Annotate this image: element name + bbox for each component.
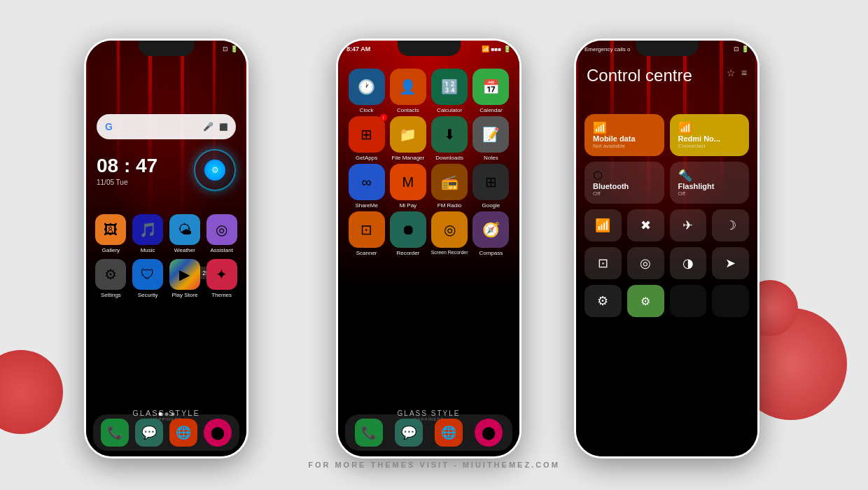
ctrl-cast-btn[interactable]: ✖ (627, 209, 664, 241)
app-playstore[interactable]: ▶ Play Store (169, 259, 201, 298)
app-shareme[interactable]: ∞ShareMe (347, 164, 386, 209)
phone2-notch (398, 41, 461, 56)
playstore-label: Play Store (172, 292, 197, 298)
dock-chrome[interactable]: 🌐 (169, 419, 197, 447)
app-compass[interactable]: 🧭Compass (472, 211, 510, 256)
scanner-app-label: Scanner (356, 250, 377, 256)
flashlight-tile-sublabel: Off (678, 190, 741, 197)
dock-phone[interactable]: 📞 (101, 419, 129, 447)
recorder-app-label: Recorder (396, 250, 419, 256)
fmradio-app-icon: 📻 (431, 164, 468, 200)
ctrl-settings2-btn[interactable]: ⚙ (627, 285, 664, 317)
app-fmradio[interactable]: 📻FM Radio (430, 164, 469, 209)
phone3-notch (636, 41, 699, 56)
tile-flashlight[interactable]: 🔦 Flashlight Off (670, 162, 750, 204)
tile-mobile-data[interactable]: 📶 Mobile data Not available (584, 114, 664, 156)
app-calculator[interactable]: 🔢Calculator (430, 69, 469, 113)
phone1-search-bar[interactable]: G 🎤 ⬛ (97, 114, 236, 139)
calendar-app-label: Calendar (479, 107, 502, 113)
weather-label: Weather (174, 247, 195, 253)
app-filemanager[interactable]: 📁File Manager (388, 116, 427, 161)
ctrl-wifi-btn[interactable]: 📶 (584, 209, 622, 241)
app-scanner[interactable]: ⊡Scanner (347, 211, 386, 256)
mobile-data-label: Mobile data (593, 134, 656, 143)
phone3-control-header: Control centre ☆ ≡ (587, 60, 747, 85)
phone2-dock-app4[interactable]: ⬤ (475, 419, 503, 447)
ctrl-settings-btn[interactable]: ⚙ (584, 285, 622, 317)
music-icon: 🎵 (132, 214, 163, 245)
calculator-app-label: Calculator (437, 107, 462, 113)
phone2-dock: 📞 💬 🌐 ⬤ (345, 414, 512, 451)
ctrl-airplane-btn[interactable]: ✈ (670, 209, 707, 241)
phone2-dock-messages[interactable]: 💬 (395, 419, 423, 447)
app-gallery[interactable]: 🖼 Gallery (95, 214, 127, 253)
themes-icon: ✦ (206, 259, 237, 290)
tile-wifi[interactable]: 📶 Redmi No... Connected (670, 114, 750, 156)
tile-bluetooth[interactable]: ⬡ Bluetooth Off (584, 162, 664, 204)
phone1-notch (139, 41, 195, 56)
app-music[interactable]: 🎵 Music (132, 214, 164, 253)
app-screenrecorder[interactable]: ◎Screen Recorder (430, 211, 469, 256)
phone3-control-tiles: 📶 Mobile data Not available 📶 Redmi No..… (584, 114, 749, 323)
ctrl-donotdisturb-btn[interactable]: ☽ (712, 209, 749, 241)
wifi-tile-icon: 📶 (678, 121, 741, 134)
dock-app4[interactable]: ⬤ (204, 419, 232, 447)
app-getapps[interactable]: ⊞!GetApps (347, 116, 386, 161)
bluetooth-tile-icon: ⬡ (593, 169, 656, 182)
fmradio-app-label: FM Radio (438, 202, 462, 209)
app-security[interactable]: 🛡 Security (132, 259, 164, 298)
menu-icon[interactable]: ≡ (741, 67, 747, 78)
gallery-label: Gallery (102, 247, 120, 253)
filemanager-app-label: File Manager (392, 155, 425, 161)
mobile-data-sublabel: Not available (593, 143, 656, 149)
phone2-status-icons: 📶■■■🔋 (482, 46, 512, 52)
ctrl-location-btn[interactable]: ➤ (712, 247, 749, 279)
mipay-app-icon: M (390, 164, 426, 200)
phone1-clock: 08 : 47 (97, 155, 158, 177)
app-google[interactable]: ⊞Google (472, 164, 510, 209)
app-notes[interactable]: 📝Notes (472, 116, 510, 161)
phone2-time: 8:47 AM (346, 46, 370, 52)
notes-app-label: Notes (484, 155, 498, 161)
ctrl-invert-btn[interactable]: ◑ (670, 247, 707, 279)
app-settings[interactable]: ⚙ Settings (95, 259, 127, 298)
bluetooth-tile-sublabel: Off (593, 190, 656, 197)
app-calendar[interactable]: 📅Calendar (472, 69, 510, 113)
compass-app-icon: 🧭 (472, 211, 509, 248)
phone1-circle-widget: ⚙ (194, 149, 236, 191)
app-themes[interactable]: ✦ Themes (206, 259, 237, 298)
settings-star-icon[interactable]: ☆ (727, 67, 736, 78)
scanner-app-icon: ⊡ (349, 211, 385, 248)
music-label: Music (141, 247, 155, 253)
google-logo: G (105, 121, 113, 132)
phone3-title: Control centre (587, 66, 692, 85)
app-contacts[interactable]: 👤Contacts (388, 69, 427, 113)
security-label: Security (138, 292, 158, 298)
phone3-title-row: Control centre ☆ ≡ (587, 60, 747, 85)
bluetooth-tile-label: Bluetooth (593, 182, 656, 190)
app-assistant[interactable]: ◎ Assistant (206, 214, 237, 253)
mipay-app-label: Mi Pay (400, 202, 416, 209)
app-weather[interactable]: 🌤 Weather (169, 214, 201, 253)
phone1-dock: 📞 💬 🌐 ⬤ (93, 414, 239, 451)
app-mipay[interactable]: MMi Pay (388, 164, 427, 209)
dock-messages[interactable]: 💬 (135, 419, 163, 447)
phone3-title-icons: ☆ ≡ (727, 67, 747, 78)
phone1-app-grid-row1: 🖼 Gallery 🎵 Music 🌤 Weather ◎ Assistant … (90, 209, 243, 304)
app-downloads[interactable]: ⬇Downloads (430, 116, 469, 161)
phone3-emergency: Emergency calls o (584, 46, 630, 52)
tiles-row-1: 📶 Mobile data Not available 📶 Redmi No..… (584, 114, 749, 156)
phone2-dock-phone[interactable]: 📞 (355, 419, 383, 447)
app-clock[interactable]: 🕐Clock (347, 69, 386, 113)
getapps-app-icon: ⊞! (349, 116, 385, 153)
ctrl-empty2 (712, 285, 749, 317)
shareme-app-icon: ∞ (349, 164, 385, 200)
phone2-dock-chrome[interactable]: 🌐 (435, 419, 463, 447)
weather-icon: 🌤 (169, 214, 200, 245)
calendar-app-icon: 📅 (472, 69, 509, 105)
ctrl-eye-btn[interactable]: ◎ (627, 247, 664, 279)
phone2-app-grid: 🕐Clock 👤Contacts 🔢Calculator 📅Calendar ⊞… (342, 62, 516, 263)
ctrl-lock-btn[interactable]: ⊡ (584, 247, 622, 279)
app-recorder[interactable]: ⏺Recorder (388, 211, 427, 256)
phone3-status-icons: ⊡🔋 (734, 46, 749, 52)
